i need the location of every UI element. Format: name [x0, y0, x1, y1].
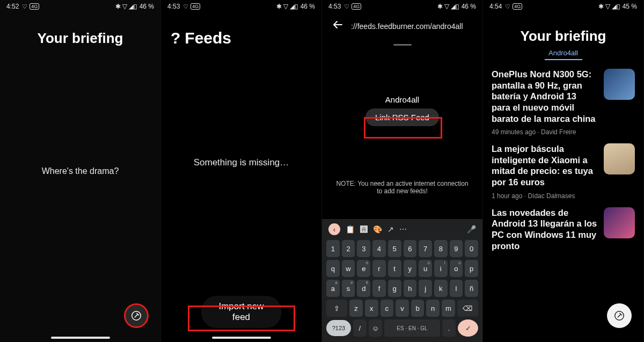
more-icon[interactable]: ⋯: [399, 225, 407, 234]
key-b[interactable]: b: [411, 300, 425, 317]
sheet-handle[interactable]: [393, 44, 412, 46]
key-0[interactable]: 0: [465, 240, 478, 257]
key-w[interactable]: w: [342, 260, 355, 277]
news-item[interactable]: Las novedades de Android 13 llegarán a l…: [492, 207, 635, 252]
key-ñ[interactable]: ñ: [465, 280, 478, 297]
key-f[interactable]: f: [372, 280, 386, 297]
arrow-left-icon: [331, 18, 344, 31]
heart-icon: ♡: [505, 3, 510, 10]
key-p[interactable]: p: [465, 260, 478, 277]
mic-icon[interactable]: 🎤: [467, 225, 476, 234]
key-u[interactable]: uú: [419, 260, 432, 277]
news-title: Las novedades de Android 13 llegarán a l…: [492, 207, 597, 252]
status-time: 4:53: [328, 3, 341, 10]
key-7[interactable]: 7: [419, 240, 432, 257]
status-icons: ✱ ▽ ◢: [276, 3, 295, 10]
period-key[interactable]: .: [442, 319, 456, 337]
key-v[interactable]: v: [396, 300, 409, 317]
key-g[interactable]: g: [388, 280, 401, 297]
news-item[interactable]: La mejor báscula inteligente de Xiaomi a…: [492, 143, 635, 200]
palette-icon[interactable]: 🎨: [373, 225, 382, 234]
key-a[interactable]: aá: [326, 280, 340, 297]
empty-state-text: Something is missing…: [161, 157, 321, 168]
help-icon[interactable]: ?: [171, 29, 180, 47]
slash-key[interactable]: /: [353, 319, 367, 337]
edit-fab[interactable]: [124, 303, 149, 328]
edit-fab[interactable]: [607, 303, 632, 328]
backspace-key[interactable]: ⌫: [457, 300, 478, 317]
translate-icon[interactable]: 🅰: [360, 225, 368, 234]
key-4[interactable]: 4: [372, 240, 386, 257]
key-s[interactable]: s#: [342, 280, 355, 297]
key-3[interactable]: 3: [357, 240, 370, 257]
spacebar-key[interactable]: ES · EN · GL: [384, 319, 440, 337]
key-8[interactable]: 8: [434, 240, 448, 257]
key-e[interactable]: eé: [357, 260, 370, 277]
key-k[interactable]: k: [434, 280, 448, 297]
status-battery: ▯ 46 %: [295, 3, 315, 10]
status-bar: 4:54 ♡ 4G ✱ ▽ ◢ ▯ 45 %: [483, 0, 643, 13]
key-l[interactable]: l: [450, 280, 463, 297]
network-badge: 4G: [30, 3, 39, 10]
status-time: 4:52: [6, 3, 19, 10]
page-title: Feeds: [185, 29, 231, 47]
key-9[interactable]: 9: [450, 240, 463, 257]
shift-key[interactable]: ⇧: [326, 300, 347, 317]
back-button[interactable]: [330, 18, 346, 34]
numeric-switch-key[interactable]: ?123: [326, 320, 351, 336]
emoji-key[interactable]: ☺: [369, 319, 382, 337]
news-item[interactable]: OnePlus Nord N300 5G: pantalla a 90 Hz, …: [492, 69, 635, 136]
key-q[interactable]: q: [326, 260, 340, 277]
key-5[interactable]: 5: [388, 240, 401, 257]
status-icons: ✱ ▽ ◢: [598, 3, 617, 10]
status-battery: ▯ 46 %: [134, 3, 154, 10]
key-d[interactable]: d€: [357, 280, 370, 297]
keyboard-collapse-icon[interactable]: ‹: [328, 223, 340, 235]
feed-url-input[interactable]: ://feeds.feedburner.com/andro4all: [351, 22, 463, 31]
news-thumbnail: [604, 207, 635, 238]
share-icon[interactable]: ↗: [387, 225, 394, 234]
key-n[interactable]: n: [426, 300, 440, 317]
key-z[interactable]: z: [349, 300, 363, 317]
soft-keyboard[interactable]: ‹ 📋 🅰 🎨 ↗ ⋯ 🎤 1234567890 qweértyuúiíoóp …: [322, 219, 482, 342]
status-battery: ▯ 46 %: [456, 3, 476, 10]
status-bar: 4:52 ♡ 4G ✱ ▽ ◢ ▯ 46 %: [0, 0, 160, 13]
status-bar: 4:53 ♡ 4G ✱ ▽ ◢ ▯ 46 %: [322, 0, 482, 13]
key-o[interactable]: oó: [450, 260, 463, 277]
news-title: OnePlus Nord N300 5G: pantalla a 90 Hz, …: [492, 69, 597, 124]
highlight-box: [188, 305, 295, 331]
key-h[interactable]: h: [404, 280, 417, 297]
nav-handle[interactable]: [212, 337, 271, 339]
key-1[interactable]: 1: [326, 240, 340, 257]
nav-handle[interactable]: [51, 337, 110, 339]
status-battery: ▯ 45 %: [617, 3, 637, 10]
key-i[interactable]: ií: [434, 260, 448, 277]
feed-tab-active[interactable]: Andro4all: [483, 49, 643, 60]
highlight-box: [364, 117, 442, 139]
news-meta: 1 hour ago · Dídac Dalmases: [492, 192, 597, 200]
network-badge: 4G: [352, 3, 361, 10]
key-y[interactable]: y: [404, 260, 417, 277]
network-badge: 4G: [513, 3, 522, 10]
page-title: Your briefing: [0, 30, 160, 47]
clipboard-icon[interactable]: 📋: [346, 225, 355, 234]
key-x[interactable]: x: [365, 300, 378, 317]
key-m[interactable]: m: [442, 300, 455, 317]
pencil-icon: [130, 310, 142, 322]
page-title: Your briefing: [483, 28, 643, 45]
key-t[interactable]: t: [388, 260, 401, 277]
heart-icon: ♡: [22, 3, 27, 10]
key-c[interactable]: c: [380, 300, 394, 317]
enter-key[interactable]: ✓: [458, 319, 478, 337]
key-2[interactable]: 2: [342, 240, 355, 257]
status-icons: ✱ ▽ ◢: [115, 3, 134, 10]
key-6[interactable]: 6: [404, 240, 417, 257]
keyboard-toolbar[interactable]: ‹ 📋 🅰 🎨 ↗ ⋯ 🎤: [324, 221, 480, 237]
heart-icon: ♡: [344, 3, 349, 10]
empty-state-text: Where's the drama?: [0, 166, 160, 176]
key-j[interactable]: j: [419, 280, 432, 297]
network-badge: 4G: [191, 3, 200, 10]
status-time: 4:53: [167, 3, 180, 10]
status-icons: ✱ ▽ ◢: [437, 3, 456, 10]
key-r[interactable]: r: [372, 260, 386, 277]
